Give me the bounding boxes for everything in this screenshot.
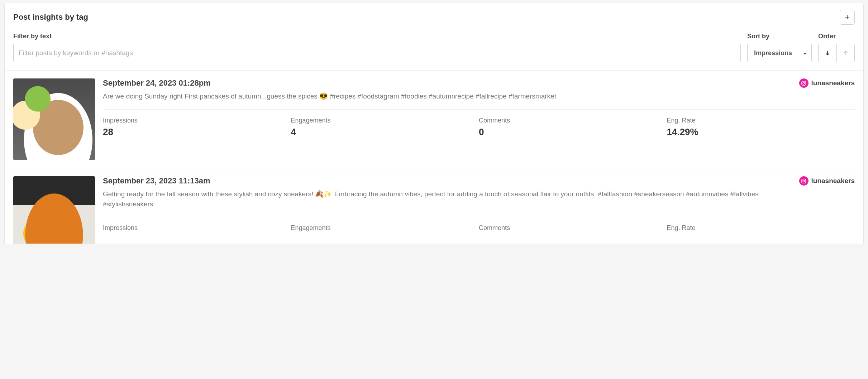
card-header: Post insights by tag [5,3,863,28]
metric-comments: Comments [479,224,667,234]
account-name: lunasneakers [811,79,855,87]
metric-impressions: Impressions 28 [103,117,291,138]
post-body: September 23, 2023 11:13am Getting ready… [103,176,855,244]
filter-label: Filter by text [13,33,741,40]
metric-value: 28 [103,126,291,138]
metric-label: Impressions [103,117,291,124]
post-date: September 23, 2023 11:13am [103,176,792,186]
sort-label: Sort by [747,33,812,40]
metric-label: Engagements [291,224,479,232]
metric-engagements: Engagements 4 [291,117,479,138]
post-thumbnail[interactable] [13,78,95,160]
instagram-icon [799,176,809,186]
metric-impressions: Impressions [103,224,291,234]
order-label: Order [818,33,855,40]
filter-input[interactable] [13,44,741,62]
arrow-up-icon [843,50,849,56]
order-desc-button[interactable] [819,44,836,62]
svg-rect-7 [802,179,806,183]
instagram-icon [799,78,809,88]
add-button[interactable] [840,10,855,25]
sort-select[interactable]: Impressions [747,44,812,62]
metric-value: 0 [479,126,667,138]
post-row[interactable]: September 23, 2023 11:13am Getting ready… [5,168,863,244]
svg-point-6 [805,82,805,82]
metric-eng-rate: Eng. Rate [667,224,855,234]
filter-group: Filter by text [13,33,741,62]
arrow-down-icon [825,50,830,56]
metric-label: Eng. Rate [667,117,855,124]
svg-point-5 [803,82,805,84]
svg-point-8 [803,180,805,182]
metric-label: Comments [479,117,667,124]
post-date: September 24, 2023 01:28pm [103,78,556,88]
sort-value: Impressions [754,49,792,57]
metrics-row: Impressions 28 Engagements 4 Comments 0 … [103,109,855,138]
sort-group: Sort by Impressions [747,33,812,62]
insights-card: Post insights by tag Filter by text Sort… [4,3,864,244]
plus-icon [844,14,850,20]
metric-comments: Comments 0 [479,117,667,138]
metric-label: Engagements [291,117,479,124]
metric-eng-rate: Eng. Rate 14.29% [667,117,855,138]
account-tag[interactable]: lunasneakers [799,78,855,88]
card-title: Post insights by tag [13,13,88,22]
metric-engagements: Engagements [291,224,479,234]
controls-row: Filter by text Sort by Impressions Order [5,28,863,70]
account-tag[interactable]: lunasneakers [799,176,855,186]
order-asc-button[interactable] [836,44,854,62]
post-caption: Getting ready for the fall season with t… [103,189,792,209]
metric-label: Comments [479,224,667,232]
post-body: September 24, 2023 01:28pm Are we doing … [103,78,855,160]
svg-point-9 [805,179,805,180]
metric-value: 4 [291,126,479,138]
order-group-wrap: Order [818,33,855,62]
svg-rect-4 [802,81,806,85]
post-caption: Are we doing Sunday right First pancakes… [103,91,556,101]
metrics-row: Impressions Engagements Comments Eng. Ra… [103,217,855,234]
metric-label: Impressions [103,224,291,232]
post-thumbnail[interactable] [13,176,95,244]
metric-value: 14.29% [667,126,855,138]
metric-label: Eng. Rate [667,224,855,232]
account-name: lunasneakers [811,177,855,185]
post-row[interactable]: September 24, 2023 01:28pm Are we doing … [5,70,863,168]
